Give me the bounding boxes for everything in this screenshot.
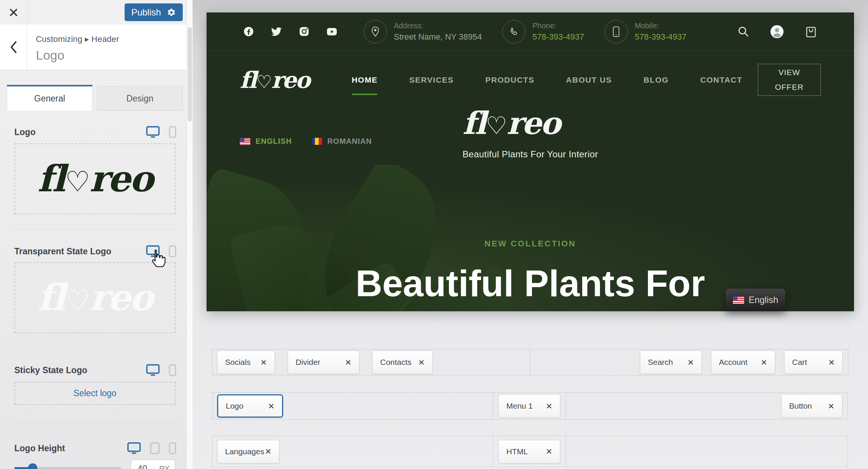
- facebook-icon[interactable]: [244, 26, 254, 37]
- builder-row-bottom: Languages ✕ HTML ✕: [212, 436, 848, 467]
- address-label: Address:: [394, 22, 482, 30]
- customizer-topbar: Publish: [0, 0, 193, 25]
- hero-eyebrow: NEW COLLECTION: [207, 239, 854, 249]
- remove-logo-button[interactable]: ✕: [268, 402, 274, 410]
- chip-contacts[interactable]: Contacts ✕: [372, 351, 433, 374]
- chip-account[interactable]: Account ✕: [711, 351, 775, 374]
- builder-row-main: Logo ✕ Menu 1 ✕ Button ✕: [212, 392, 848, 420]
- builder-cell: Menu 1 ✕: [493, 392, 566, 420]
- heart-glyph: ♡: [486, 112, 506, 140]
- site-topbar: Address: Street Name, NY 38954 Phone: 57…: [207, 12, 854, 51]
- remove-languages-button[interactable]: ✕: [265, 447, 271, 455]
- chip-languages[interactable]: Languages ✕: [217, 440, 279, 463]
- slider-handle[interactable]: [28, 463, 37, 469]
- chip-search[interactable]: Search ✕: [640, 351, 702, 374]
- remove-account-button[interactable]: ✕: [760, 358, 767, 366]
- chip-logo[interactable]: Logo ✕: [217, 394, 283, 418]
- mobile-icon[interactable]: [169, 245, 176, 257]
- chip-menu-1[interactable]: Menu 1 ✕: [498, 394, 560, 418]
- desktop-icon[interactable]: [146, 245, 160, 257]
- language-tooltip: English: [726, 289, 785, 311]
- logo-preview[interactable]: fl♡reo: [14, 143, 176, 214]
- tablet-icon[interactable]: [150, 442, 160, 454]
- chip-cart[interactable]: Cart ✕: [784, 351, 843, 374]
- brand-logo: fl♡reo: [463, 108, 560, 138]
- chip-button[interactable]: Button ✕: [781, 394, 842, 418]
- phone-icon: [502, 20, 526, 43]
- cart-icon[interactable]: [805, 25, 817, 38]
- logo-setting-row: Logo: [14, 126, 176, 138]
- mobile-icon[interactable]: [169, 442, 176, 454]
- close-customizer-button[interactable]: [0, 0, 27, 25]
- sidebar-scrollbar[interactable]: [187, 0, 193, 469]
- remove-search-button[interactable]: ✕: [687, 358, 694, 366]
- phone-block: Phone: 578-393-4937: [502, 20, 584, 43]
- account-icon[interactable]: [770, 25, 784, 38]
- address-value: Street Name, NY 38954: [394, 32, 482, 42]
- logo-setting-label: Logo: [14, 127, 35, 137]
- publish-button[interactable]: Publish: [125, 3, 183, 21]
- location-pin-icon: [364, 20, 387, 43]
- logo-height-input[interactable]: 40 PX: [131, 460, 175, 469]
- tab-design[interactable]: Design: [97, 86, 183, 111]
- builder-cell: Search ✕ Account ✕ Cart ✕: [530, 349, 848, 375]
- device-toggles: [146, 364, 176, 376]
- phone-value[interactable]: 578-393-4937: [532, 32, 584, 42]
- mobile-label: Mobile:: [635, 22, 686, 30]
- remove-cart-button[interactable]: ✕: [828, 358, 835, 366]
- site-logo[interactable]: fl♡reo: [240, 69, 309, 91]
- mobile-icon[interactable]: [169, 364, 176, 376]
- remove-divider-button[interactable]: ✕: [345, 358, 352, 366]
- breadcrumb: Customizing ▸ Header: [36, 34, 119, 44]
- youtube-icon[interactable]: [327, 27, 337, 37]
- remove-html-button[interactable]: ✕: [546, 447, 552, 455]
- nav-about-us[interactable]: ABOUT US: [566, 75, 612, 85]
- heart-glyph: ♡: [65, 165, 89, 198]
- tab-general[interactable]: General: [7, 85, 93, 111]
- transparent-logo-preview[interactable]: fl♡reo: [14, 262, 176, 333]
- sticky-logo-row: Sticky State Logo: [14, 364, 176, 376]
- back-button[interactable]: [0, 25, 27, 70]
- divider: [13, 349, 176, 349]
- us-flag-icon: [733, 296, 744, 304]
- screen: Publish Customizing ▸ Header Logo Genera…: [0, 0, 868, 469]
- remove-menu-1-button[interactable]: ✕: [546, 402, 552, 410]
- select-logo-button[interactable]: Select logo: [14, 382, 176, 405]
- brand-center: fl♡reo Beautiful Plants For Your Interio…: [207, 108, 854, 160]
- desktop-icon[interactable]: [127, 442, 141, 454]
- builder-cell: HTML ✕: [493, 436, 566, 467]
- panel-title: Logo: [36, 48, 119, 63]
- nav-blog[interactable]: BLOG: [643, 75, 669, 85]
- search-icon[interactable]: [738, 26, 749, 37]
- nav-services[interactable]: SERVICES: [409, 75, 454, 85]
- desktop-icon[interactable]: [146, 364, 160, 376]
- close-icon: [9, 8, 18, 17]
- chip-divider[interactable]: Divider ✕: [288, 351, 359, 374]
- remove-contacts-button[interactable]: ✕: [418, 358, 425, 366]
- nav-products[interactable]: PRODUCTS: [486, 75, 535, 85]
- view-offer-button[interactable]: VIEW OFFER: [758, 64, 821, 96]
- preview-pane: Address: Street Name, NY 38954 Phone: 57…: [193, 0, 868, 469]
- scrollbar-thumb[interactable]: [188, 27, 192, 121]
- chip-socials[interactable]: Socials ✕: [217, 351, 275, 374]
- logo-height-row: Logo Height: [14, 442, 176, 454]
- floreo-logo-white: fl♡reo: [37, 280, 153, 316]
- site-nav: fl♡reo HOME SERVICES PRODUCTS ABOUT US B…: [207, 51, 854, 109]
- logo-height-value[interactable]: 40: [131, 464, 154, 469]
- instagram-icon[interactable]: [299, 26, 309, 37]
- logo-height-slider[interactable]: [14, 463, 121, 469]
- nav-contact[interactable]: CONTACT: [700, 75, 743, 85]
- nav-home[interactable]: HOME: [352, 75, 378, 85]
- social-links: [244, 26, 337, 37]
- tooltip-label: English: [749, 295, 779, 305]
- remove-button-button[interactable]: ✕: [828, 402, 834, 410]
- mobile-value[interactable]: 578-393-4937: [635, 32, 686, 42]
- transparent-logo-row: Transparent State Logo: [14, 245, 176, 257]
- mobile-icon[interactable]: [169, 126, 176, 138]
- remove-socials-button[interactable]: ✕: [260, 358, 267, 366]
- main-menu: HOME SERVICES PRODUCTS ABOUT US BLOG CON…: [352, 75, 742, 85]
- twitter-icon[interactable]: [271, 27, 282, 36]
- chip-html[interactable]: HTML ✕: [498, 440, 560, 463]
- desktop-icon[interactable]: [146, 126, 160, 138]
- logo-height-unit: PX: [154, 464, 175, 469]
